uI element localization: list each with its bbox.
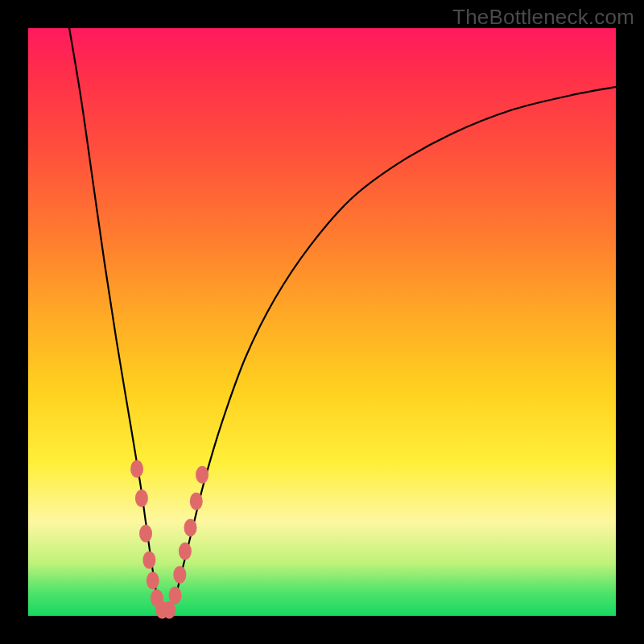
highlight-dot — [173, 566, 186, 584]
highlight-dot — [130, 460, 143, 478]
highlight-dot — [196, 466, 208, 484]
bottleneck-curve — [69, 28, 616, 614]
highlight-dot — [142, 551, 155, 569]
highlight-dot — [147, 572, 159, 589]
highlight-dot — [184, 519, 196, 537]
highlight-dot — [135, 489, 148, 507]
watermark-text: TheBottleneck.com — [452, 5, 634, 30]
highlight-dot — [179, 543, 192, 560]
plot-area — [28, 28, 616, 616]
highlight-dot — [169, 586, 182, 604]
highlight-dots-group — [130, 460, 208, 619]
highlight-dot — [139, 525, 152, 543]
curve-svg — [28, 28, 616, 616]
chart-frame: TheBottleneck.com — [0, 0, 644, 644]
highlight-dot — [190, 493, 203, 510]
